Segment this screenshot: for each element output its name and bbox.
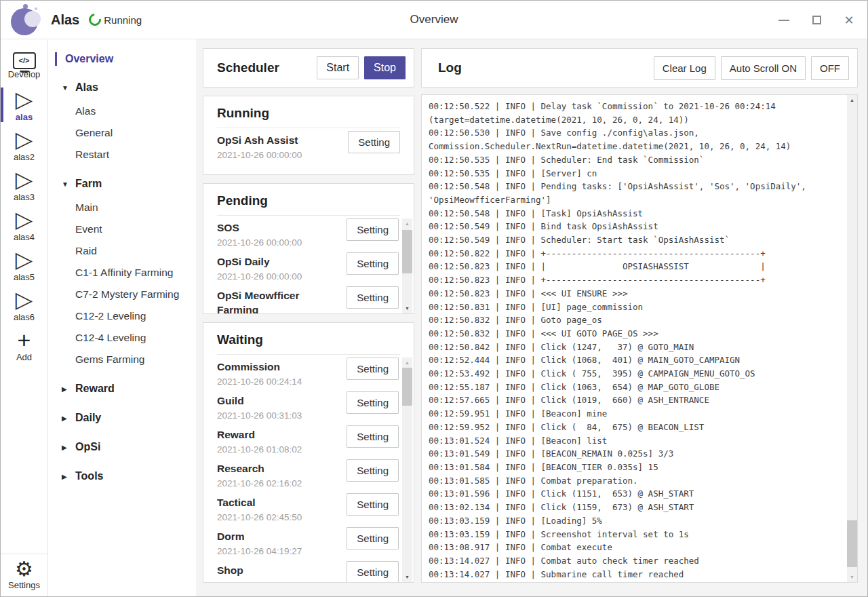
log-line: 00:12:50.832 | INFO | <<< UI GOTO PAGE_O… [429,327,840,341]
task-next-run-time: 2021-10-26 00:00:00 [217,147,324,160]
close-button[interactable]: ✕ [843,14,855,26]
scroll-down-icon[interactable]: ▼ [847,572,857,582]
nav-expand-icon: ▶ [62,444,70,451]
task-setting-button[interactable]: Setting [347,459,399,482]
instance-icon [16,208,33,232]
log-line: 00:12:50.822 | INFO | +-----------------… [429,247,840,261]
log-line: 00:12:57.665 | INFO | Click (1019, 660) … [429,393,840,407]
waiting-scrollbar[interactable]: ▲ ▼ [402,358,412,582]
task-name: OpSi Meowfficer Farming [217,286,324,313]
nav-item[interactable]: Overview [48,49,196,69]
task-name: SOS [217,218,324,235]
log-scrollbar[interactable]: ▲ ▼ [847,95,857,582]
instance-icon [13,52,36,69]
auto-scroll-on-button[interactable]: Auto Scroll ON [721,56,806,80]
scroll-thumb[interactable] [402,368,412,406]
log-line: 00:13:08.917 | INFO | Combat execute [429,541,840,554]
sidebar-item-settings[interactable]: ⚙ Settings [1,554,47,597]
task-setting-button[interactable]: Setting [347,425,399,448]
task-name: OpSi Daily [217,252,324,269]
scroll-up-icon[interactable]: ▲ [402,218,412,229]
log-line: 00:13:01.585 | INFO | Combat preparation… [429,474,840,488]
nav-item[interactable]: ▶ Reward [48,378,196,400]
nav-item-label: Farm [75,178,102,190]
log-line: 00:12:53.492 | INFO | Click ( 755, 395) … [429,367,840,381]
sidebar-instance-item[interactable]: alas [1,85,47,125]
nav-item[interactable]: Event [48,218,196,240]
nav-item[interactable]: C7-2 Mystery Farming [48,284,196,305]
app-logo-icon [9,3,41,36]
minimize-button[interactable] [778,14,790,26]
sidebar-instance-item[interactable]: alas4 [1,205,47,245]
nav-item[interactable]: C12-4 Leveling [48,327,196,349]
nav-item[interactable]: General [48,122,196,144]
nav-expand-icon: ▼ [62,180,70,188]
log-line: 00:13:03.159 | INFO | [Loading] 5% [429,514,840,528]
scroll-thumb[interactable] [847,520,857,567]
nav-item-label: C12-4 Leveling [75,332,146,344]
nav-item[interactable]: ▼ Alas [48,77,196,98]
log-line: 00:12:50.842 | INFO | Click (1247, 37) @… [429,341,840,354]
auto-scroll-off-button[interactable]: OFF [811,56,849,80]
task-name: Tactical [217,493,324,509]
task-setting-button[interactable]: Setting [347,218,399,241]
scroll-thumb[interactable] [402,230,412,273]
task-next-run-time: 2021-10-26 01:08:02 [217,442,324,455]
nav-item-label: General [75,127,113,139]
scroll-up-icon[interactable]: ▲ [402,358,412,368]
scroll-down-icon[interactable]: ▼ [402,303,412,313]
running-panel: Running OpSi Ash Assist 2021-10-26 00:00… [203,96,414,175]
running-spinner-icon [87,11,104,28]
nav-item[interactable]: Restart [48,144,196,166]
nav-item[interactable]: ▼ Farm [48,173,196,195]
nav-item[interactable]: ▶ Daily [48,407,196,429]
sidebar-instance-item[interactable]: Develop [1,45,47,85]
log-output-panel: 00:12:50.522 | INFO | Delay task `Commis… [421,94,858,583]
scroll-up-icon[interactable]: ▲ [847,95,857,105]
task-setting-button[interactable]: Setting [347,358,399,380]
nav-item[interactable]: Raid [48,240,196,262]
task-setting-button[interactable]: Setting [347,561,399,582]
task-row: Commission 2021-10-26 00:24:14 Setting [217,358,399,391]
nav-item[interactable]: C12-2 Leveling [48,305,196,327]
scheduler-panel: Scheduler Start Stop [203,48,414,88]
task-name: Shop [217,561,324,577]
titlebar: Alas Running Overview ✕ [1,1,867,39]
sidebar-instance-item[interactable]: alas2 [1,125,47,165]
task-setting-button[interactable]: Setting [347,252,399,275]
nav-item[interactable]: Gems Farming [48,349,196,370]
sidebar-instance-item[interactable]: alas6 [1,285,47,325]
clear-log-button[interactable]: Clear Log [654,56,715,80]
nav-expand-icon: ▶ [62,473,70,480]
waiting-panel: Waiting Commission 2021-10-26 00:24:14 S… [203,322,414,583]
task-setting-button[interactable]: Setting [347,286,399,309]
instance-icon [16,128,33,152]
task-setting-button[interactable]: Setting [347,493,399,516]
nav-item[interactable]: ▶ OpSi [48,436,196,458]
nav-item[interactable]: Alas [48,100,196,122]
start-button[interactable]: Start [317,56,359,79]
nav-expand-icon: ▼ [62,84,70,92]
sidebar-instance-item[interactable]: alas3 [1,165,47,205]
nav-item-label: Alas [75,81,98,94]
scroll-down-icon[interactable]: ▼ [402,572,412,582]
task-setting-button[interactable]: Setting [347,391,399,414]
task-setting-button[interactable]: Setting [348,131,400,153]
instance-icon [16,248,33,272]
stop-button[interactable]: Stop [364,56,406,79]
nav-item[interactable]: ▶ Tools [48,465,196,487]
nav-item[interactable]: C1-1 Affinity Farming [48,262,196,284]
nav-item-label: Daily [75,412,101,424]
sidebar-instance-item[interactable]: alas5 [1,245,47,285]
instance-label: alas6 [14,312,35,322]
pending-scrollbar[interactable]: ▲ ▼ [402,218,412,313]
sidebar-instance-item[interactable]: Add [1,325,47,365]
nav-item[interactable]: Main [48,197,196,218]
maximize-button[interactable] [810,14,823,26]
task-next-run-time [217,577,324,580]
task-setting-button[interactable]: Setting [347,527,399,550]
instance-icon [18,328,31,352]
pending-title: Pending [217,193,400,216]
task-row: SOS 2021-10-26 00:00:00 Setting [217,218,399,252]
pending-panel: Pending SOS 2021-10-26 00:00:00 Setting [203,183,414,314]
